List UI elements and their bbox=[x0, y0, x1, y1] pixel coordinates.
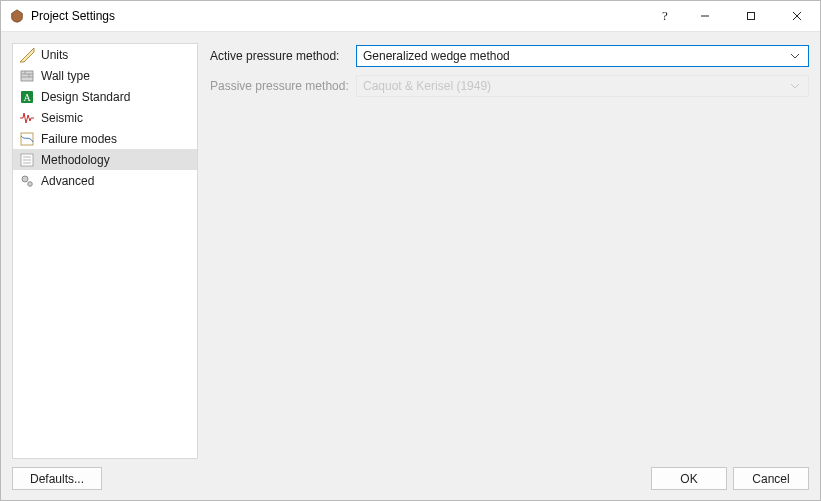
sidebar-item-label: Design Standard bbox=[41, 90, 130, 104]
svg-point-19 bbox=[28, 181, 33, 186]
svg-rect-6 bbox=[21, 71, 33, 81]
sidebar-item-label: Units bbox=[41, 48, 68, 62]
button-label: OK bbox=[680, 472, 697, 486]
sidebar-item-methodology[interactable]: Methodology bbox=[13, 149, 197, 170]
minimize-button[interactable] bbox=[682, 1, 728, 31]
svg-marker-5 bbox=[20, 48, 34, 62]
help-button[interactable]: ? bbox=[648, 1, 682, 31]
passive-pressure-combo: Caquot & Kerisel (1949) bbox=[356, 75, 809, 97]
sidebar-item-seismic[interactable]: Seismic bbox=[13, 107, 197, 128]
svg-text:A: A bbox=[23, 92, 31, 103]
sidebar-item-design-standard[interactable]: A Design Standard bbox=[13, 86, 197, 107]
methodology-icon bbox=[19, 152, 35, 168]
project-settings-window: Project Settings ? Units bbox=[0, 0, 821, 501]
passive-pressure-row: Passive pressure method: Caquot & Kerise… bbox=[210, 75, 809, 97]
app-icon bbox=[9, 8, 25, 24]
seismic-icon bbox=[19, 110, 35, 126]
sidebar-item-label: Wall type bbox=[41, 69, 90, 83]
chevron-down-icon bbox=[788, 49, 802, 63]
sidebar-item-advanced[interactable]: Advanced bbox=[13, 170, 197, 191]
sidebar-item-failure-modes[interactable]: Failure modes bbox=[13, 128, 197, 149]
close-button[interactable] bbox=[774, 1, 820, 31]
active-pressure-label: Active pressure method: bbox=[210, 49, 350, 63]
failure-icon bbox=[19, 131, 35, 147]
active-pressure-combo[interactable]: Generalized wedge method bbox=[356, 45, 809, 67]
standard-icon: A bbox=[19, 89, 35, 105]
dialog-body: Units Wall type A Design Standard bbox=[1, 32, 820, 500]
passive-pressure-label: Passive pressure method: bbox=[210, 79, 350, 93]
gears-icon bbox=[19, 173, 35, 189]
svg-rect-2 bbox=[748, 13, 755, 20]
svg-rect-13 bbox=[21, 133, 33, 145]
dialog-footer: Defaults... OK Cancel bbox=[12, 467, 809, 490]
button-label: Defaults... bbox=[30, 472, 84, 486]
cancel-button[interactable]: Cancel bbox=[733, 467, 809, 490]
sidebar-item-label: Methodology bbox=[41, 153, 110, 167]
ruler-icon bbox=[19, 47, 35, 63]
titlebar: Project Settings ? bbox=[1, 1, 820, 32]
ok-button[interactable]: OK bbox=[651, 467, 727, 490]
active-pressure-row: Active pressure method: Generalized wedg… bbox=[210, 45, 809, 67]
sidebar-item-label: Failure modes bbox=[41, 132, 117, 146]
sidebar-item-label: Seismic bbox=[41, 111, 83, 125]
svg-point-18 bbox=[22, 176, 28, 182]
svg-text:?: ? bbox=[662, 9, 668, 23]
chevron-down-icon bbox=[788, 79, 802, 93]
button-label: Cancel bbox=[752, 472, 789, 486]
content-area: Units Wall type A Design Standard bbox=[12, 43, 809, 459]
combo-value: Generalized wedge method bbox=[363, 49, 788, 63]
maximize-button[interactable] bbox=[728, 1, 774, 31]
sidebar-item-label: Advanced bbox=[41, 174, 94, 188]
wall-icon bbox=[19, 68, 35, 84]
form-panel: Active pressure method: Generalized wedg… bbox=[210, 43, 809, 459]
combo-value: Caquot & Kerisel (1949) bbox=[363, 79, 788, 93]
defaults-button[interactable]: Defaults... bbox=[12, 467, 102, 490]
sidebar-item-units[interactable]: Units bbox=[13, 44, 197, 65]
category-sidebar: Units Wall type A Design Standard bbox=[12, 43, 198, 459]
sidebar-item-wall-type[interactable]: Wall type bbox=[13, 65, 197, 86]
window-title: Project Settings bbox=[31, 9, 115, 23]
